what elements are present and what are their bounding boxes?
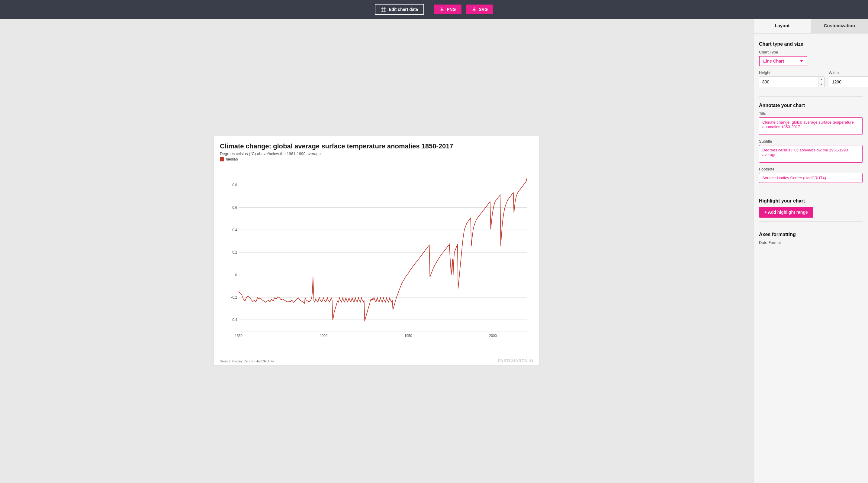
title-input[interactable]: Climate change: global average surface t… [759,117,863,135]
svg-text:1900: 1900 [320,334,328,338]
tab-customization[interactable]: Customization [811,19,868,33]
top-toolbar: Edit chart data PNG SVG [0,0,868,19]
chart-title: Climate change: global average surface t… [220,142,533,150]
height-label: Height [759,70,825,75]
title-label: Title [759,111,863,116]
height-spinners: ▲ ▼ [818,77,824,87]
footnote-label: Footnote [759,167,863,171]
axes-section: Axes formatting Date Format [759,229,863,246]
height-increment-button[interactable]: ▲ [818,77,824,82]
width-input-wrap: ▲ ▼ [829,77,868,87]
right-panel: Layout Customization Chart type and size… [753,19,868,483]
section-annotate: Annotate your chart [759,103,863,108]
svg-text:2000: 2000 [489,334,497,338]
edit-chart-data-button[interactable]: Edit chart data [375,4,424,15]
download-icon-svg [472,7,476,12]
subtitle-label: Subtitle [759,139,863,144]
chart-container: Climate change: global average surface t… [214,136,540,366]
svg-text:0.8: 0.8 [232,183,237,187]
main-area: Climate change: global average surface t… [0,19,868,483]
section-chart-type-size: Chart type and size [759,41,863,47]
divider-2 [759,191,863,191]
chart-area: Climate change: global average surface t… [0,19,753,483]
width-field: Width ▲ ▼ [829,70,868,87]
height-decrement-button[interactable]: ▼ [818,82,824,87]
chart-footer: Source: Hadley Centre (HadCRUT4) [220,359,274,363]
svg-text:-0.2: -0.2 [231,295,237,299]
svg-text:0.4: 0.4 [232,228,237,231]
export-png-button[interactable]: PNG [434,4,461,14]
highlight-section: Highlight your chart + Add highlight ran… [759,196,863,218]
svg-text:1850: 1850 [235,334,243,338]
svg-text:-0.4: -0.4 [231,318,237,321]
line-chart-svg: 0.8 0.6 0.4 0.2 0 -0.2 -0.4 1850 1900 19… [220,164,533,348]
chart-type-dropdown[interactable]: Line Chart [759,56,807,66]
section-highlight: Highlight your chart [759,198,863,204]
panel-tabs: Layout Customization [753,19,868,33]
svg-text:0: 0 [235,273,238,277]
height-field: Height ▲ ▼ [759,70,825,87]
svg-rect-0 [381,7,386,12]
height-input-wrap: ▲ ▼ [759,77,825,87]
legend-label: median [226,157,238,162]
chart-type-label: Chart Type [759,50,863,54]
download-icon [439,7,444,12]
footnote-input[interactable] [759,173,863,183]
chart-legend: median [220,157,533,162]
subtitle-input[interactable]: Degrees celsius (°C) above/below the 196… [759,145,863,163]
section-axes: Axes formatting [759,232,863,237]
size-row: Height ▲ ▼ Width ▲ [759,70,863,87]
width-label: Width [829,70,868,75]
svg-text:1950: 1950 [404,334,412,338]
add-highlight-range-button[interactable]: + Add highlight range [759,207,813,218]
date-format-label: Date Format [759,240,863,245]
export-svg-button[interactable]: SVG [466,4,494,14]
svg-text:0.2: 0.2 [232,250,237,254]
height-input[interactable] [759,77,818,86]
toolbar-divider [429,4,429,15]
chart-subtitle: Degrees celsius (°C) above/below the 196… [220,151,533,156]
chart-watermark: FASTCHARTS.IO [498,359,533,363]
divider-3 [759,221,863,222]
legend-color-box [220,157,224,162]
dropdown-arrow-icon [800,60,803,62]
width-input[interactable] [829,77,868,86]
panel-content: Chart type and size Chart Type Line Char… [753,33,868,252]
divider-1 [759,96,863,97]
table-icon [381,7,386,12]
svg-text:0.6: 0.6 [232,205,237,209]
tab-layout[interactable]: Layout [753,19,811,33]
